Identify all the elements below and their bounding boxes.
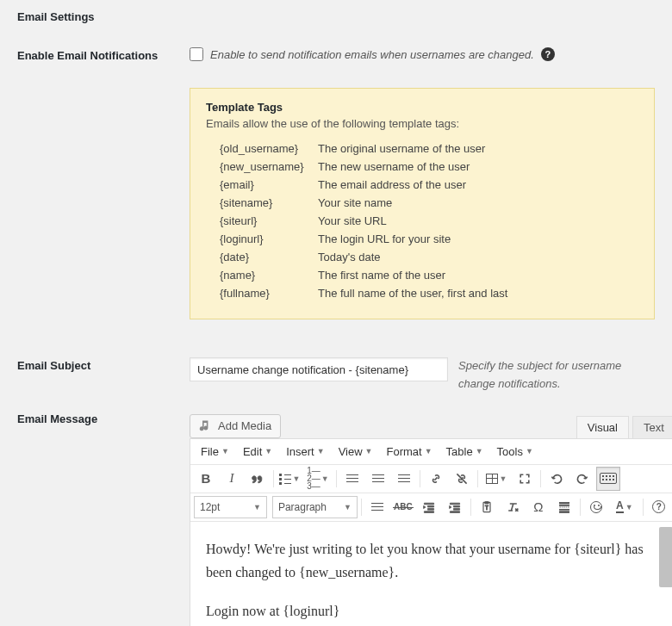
bullet-list-button[interactable]: ▼ (277, 467, 302, 491)
menu-view[interactable]: View ▼ (333, 443, 378, 461)
template-tags-box: Template Tags Emails allow the use of th… (190, 88, 655, 319)
chevron-down-icon: ▼ (221, 447, 229, 456)
special-char-button[interactable]: Ω (526, 495, 551, 519)
template-tag: {new_username} (206, 160, 318, 173)
table-button[interactable]: ▼ (482, 467, 511, 491)
chevron-down-icon: ▼ (476, 447, 483, 456)
align-right-button[interactable] (392, 467, 416, 491)
template-tag-desc: Your site URL (318, 214, 387, 227)
wysiwyg-editor: File ▼Edit ▼Insert ▼View ▼Format ▼Table … (190, 438, 672, 626)
numbered-list-button[interactable]: 1—2—3—▼ (303, 467, 333, 491)
template-tag-desc: The login URL for your site (318, 232, 451, 245)
clear-formatting-button[interactable] (501, 495, 525, 519)
enable-notifications-checkbox[interactable] (190, 47, 203, 61)
menu-tools[interactable]: Tools ▼ (492, 443, 538, 461)
chevron-down-icon: ▼ (317, 447, 325, 456)
menu-insert[interactable]: Insert ▼ (281, 443, 329, 461)
add-media-button[interactable]: Add Media (190, 414, 281, 438)
section-heading-email-settings: Email Settings (17, 10, 95, 23)
chevron-down-icon: ▼ (526, 447, 533, 456)
template-tag: {fullname} (206, 287, 318, 300)
label-enable-notifications: Enable Email Notifications (17, 49, 158, 62)
email-subject-input[interactable] (190, 357, 448, 381)
svg-rect-5 (559, 509, 569, 510)
unlink-button[interactable] (450, 467, 474, 491)
template-tag: {sitename} (206, 196, 318, 209)
fullscreen-button[interactable] (513, 467, 537, 491)
template-tag: {loginurl} (206, 232, 318, 245)
link-button[interactable] (424, 467, 448, 491)
chevron-down-icon: ▼ (365, 447, 373, 456)
menu-table[interactable]: Table ▼ (441, 443, 488, 461)
menu-edit[interactable]: Edit ▼ (238, 443, 277, 461)
label-email-message: Email Message (17, 412, 97, 425)
template-tag-desc: Today's date (318, 251, 381, 263)
template-tag: {old_username} (206, 142, 318, 155)
editor-scrollbar[interactable] (659, 524, 672, 626)
strikethrough-button[interactable]: ABC (391, 495, 415, 519)
template-tag-desc: The new username of the user (318, 160, 470, 173)
template-tag: {siteurl} (206, 214, 318, 227)
editor-help-button[interactable]: ? (647, 495, 671, 519)
editor-content[interactable]: Howdy! We're just writing to let you kno… (190, 522, 672, 626)
template-tag-desc: The original username of the user (318, 142, 485, 155)
template-tag: {email} (206, 178, 318, 191)
menu-format[interactable]: Format ▼ (382, 443, 438, 461)
align-justify-button[interactable] (365, 495, 389, 519)
email-body-p2: Login now at {loginurl} (206, 599, 659, 623)
svg-text:T: T (485, 505, 488, 511)
template-tag: {name} (206, 269, 318, 282)
text-color-button[interactable]: A▼ (610, 495, 639, 519)
email-body-p1: Howdy! We're just writing to let you kno… (206, 537, 659, 584)
bold-button[interactable]: B (194, 467, 218, 491)
template-tag: {date} (206, 251, 318, 263)
redo-button[interactable] (570, 467, 594, 491)
italic-button[interactable]: I (220, 467, 244, 491)
align-center-button[interactable] (366, 467, 390, 491)
blockquote-button[interactable] (246, 467, 270, 491)
template-tags-subtitle: Emails allow the use of the following te… (206, 117, 638, 130)
template-tag-desc: The full name of the user, first and las… (318, 287, 507, 300)
indent-button[interactable] (443, 495, 467, 519)
label-email-subject: Email Subject (17, 359, 90, 372)
enable-notifications-description: Enable to send notification emails when … (210, 48, 534, 61)
template-tag-desc: The email address of the user (318, 178, 466, 191)
blockformat-dropdown[interactable]: Paragraph▼ (272, 496, 358, 518)
fontsize-dropdown[interactable]: 12pt▼ (194, 496, 267, 518)
svg-rect-3 (559, 502, 569, 504)
toolbar-toggle-button[interactable] (596, 467, 620, 491)
email-subject-description: Specify the subject for username change … (458, 357, 655, 394)
template-tag-desc: The first name of the user (318, 269, 445, 282)
align-left-button[interactable] (340, 467, 364, 491)
tab-visual[interactable]: Visual (576, 416, 629, 438)
template-tag-desc: Your site name (318, 196, 392, 209)
template-tags-title: Template Tags (206, 101, 638, 114)
emoji-button[interactable] (584, 495, 608, 519)
menu-file[interactable]: File ▼ (196, 443, 234, 461)
chevron-down-icon: ▼ (425, 447, 432, 456)
svg-rect-1 (484, 501, 488, 503)
read-more-button[interactable] (552, 495, 576, 519)
undo-button[interactable] (544, 467, 569, 491)
svg-rect-6 (559, 511, 569, 512)
tab-text[interactable]: Text (632, 416, 672, 438)
outdent-button[interactable] (417, 495, 441, 519)
svg-rect-4 (559, 505, 569, 505)
help-icon[interactable]: ? (541, 47, 555, 61)
paste-text-button[interactable]: T (475, 495, 499, 519)
music-note-icon (199, 419, 213, 433)
chevron-down-icon: ▼ (264, 447, 272, 456)
